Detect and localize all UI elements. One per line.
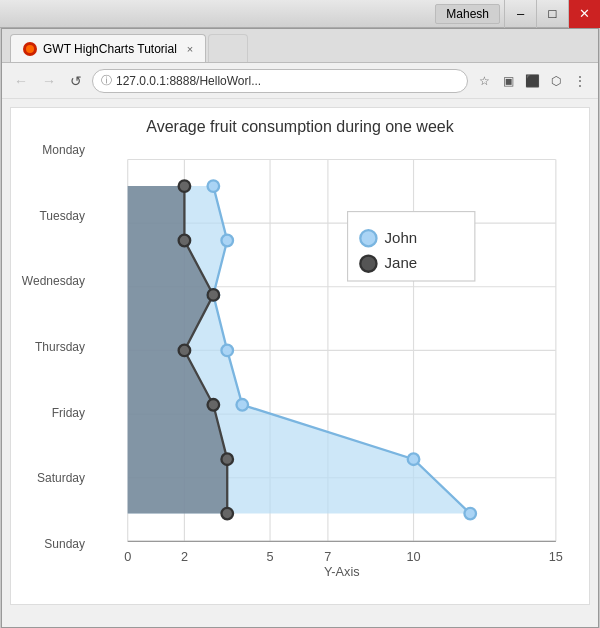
- x-tick-10: 10: [406, 549, 420, 564]
- y-axis-label: Y-Axis: [324, 564, 360, 579]
- day-label-sunday: Sunday: [21, 538, 85, 550]
- jane-dot-wednesday: [208, 289, 220, 301]
- jane-dot-sunday: [221, 508, 233, 520]
- user-label: Mahesh: [435, 4, 500, 24]
- x-tick-2: 2: [181, 549, 188, 564]
- maximize-button[interactable]: □: [536, 0, 568, 28]
- day-label-friday: Friday: [21, 407, 85, 419]
- john-dot-sunday: [464, 508, 476, 520]
- x-tick-0: 0: [124, 549, 131, 564]
- new-tab-placeholder: [208, 34, 248, 62]
- day-label-wednesday: Wednesday: [21, 275, 85, 287]
- chart-title: Average fruit consumption during one wee…: [21, 118, 579, 136]
- jane-dot-tuesday: [179, 235, 191, 247]
- john-dot-thursday: [221, 345, 233, 357]
- close-button[interactable]: ✕: [568, 0, 600, 28]
- jane-dot-thursday: [179, 345, 191, 357]
- window-titlebar: Mahesh – □ ✕: [0, 0, 600, 28]
- jane-dot-monday: [179, 180, 191, 192]
- day-label-thursday: Thursday: [21, 341, 85, 353]
- john-dot-friday: [236, 399, 248, 411]
- day-label-monday: Monday: [21, 144, 85, 156]
- star-icon[interactable]: ☆: [474, 71, 494, 91]
- legend-jane-label: Jane: [385, 254, 418, 271]
- browser-tab[interactable]: GWT HighCharts Tutorial ×: [10, 34, 206, 62]
- ext-icon1[interactable]: ▣: [498, 71, 518, 91]
- john-dot-tuesday: [221, 235, 233, 247]
- nav-bar: ← → ↺ ⓘ 127.0.0.1:8888/HelloWorl... ☆ ▣ …: [2, 63, 598, 99]
- legend-jane-icon: [360, 256, 376, 272]
- day-label-tuesday: Tuesday: [21, 210, 85, 222]
- more-button[interactable]: ⋮: [570, 71, 590, 91]
- address-text: 127.0.0.1:8888/HelloWorl...: [116, 74, 261, 88]
- x-tick-15: 15: [549, 549, 563, 564]
- nav-icons: ☆ ▣ ⬛ ⬡ ⋮: [474, 71, 590, 91]
- minimize-button[interactable]: –: [504, 0, 536, 28]
- john-dot-monday: [208, 180, 220, 192]
- tab-close-button[interactable]: ×: [187, 43, 193, 55]
- reload-button[interactable]: ↺: [66, 71, 86, 91]
- x-tick-7: 7: [324, 549, 331, 564]
- chart-plot: 0 2 5 7 10 15 Y-Axis John Jane: [93, 144, 579, 580]
- back-button[interactable]: ←: [10, 71, 32, 91]
- y-axis-labels: Monday Tuesday Wednesday Thursday Friday…: [21, 144, 93, 580]
- ext-icon2[interactable]: ⬛: [522, 71, 542, 91]
- jane-dot-saturday: [221, 453, 233, 465]
- tab-label: GWT HighCharts Tutorial: [43, 42, 177, 56]
- jane-dot-friday: [208, 399, 220, 411]
- window-controls: – □ ✕: [504, 0, 600, 28]
- chart-area: Monday Tuesday Wednesday Thursday Friday…: [21, 144, 579, 580]
- day-label-saturday: Saturday: [21, 472, 85, 484]
- browser-window: GWT HighCharts Tutorial × ← → ↺ ⓘ 127.0.…: [1, 28, 599, 628]
- john-dot-saturday: [408, 453, 420, 465]
- legend-john-icon: [360, 230, 376, 246]
- forward-button[interactable]: →: [38, 71, 60, 91]
- ext-icon3[interactable]: ⬡: [546, 71, 566, 91]
- tab-bar: GWT HighCharts Tutorial ×: [2, 29, 598, 63]
- secure-icon: ⓘ: [101, 73, 112, 88]
- address-bar[interactable]: ⓘ 127.0.0.1:8888/HelloWorl...: [92, 69, 468, 93]
- x-tick-5: 5: [267, 549, 274, 564]
- chart-container: Average fruit consumption during one wee…: [10, 107, 590, 605]
- tab-favicon: [23, 42, 37, 56]
- legend-john-label: John: [385, 229, 418, 246]
- chart-svg: 0 2 5 7 10 15 Y-Axis John Jane: [93, 144, 579, 580]
